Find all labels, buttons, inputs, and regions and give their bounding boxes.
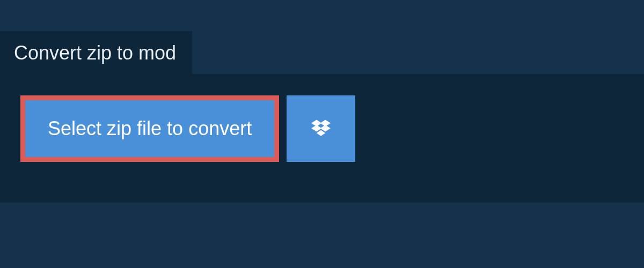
converter-panel: Select zip file to convert — [0, 74, 644, 203]
select-file-label: Select zip file to convert — [48, 117, 252, 140]
tab-label: Convert zip to mod — [14, 42, 176, 64]
select-file-highlight: Select zip file to convert — [20, 95, 279, 162]
select-file-button[interactable]: Select zip file to convert — [25, 100, 274, 157]
dropbox-button[interactable] — [287, 95, 355, 162]
tab-convert[interactable]: Convert zip to mod — [0, 31, 192, 75]
tab-bar: Convert zip to mod — [0, 31, 192, 75]
button-row: Select zip file to convert — [20, 95, 355, 162]
dropbox-icon — [309, 117, 333, 140]
